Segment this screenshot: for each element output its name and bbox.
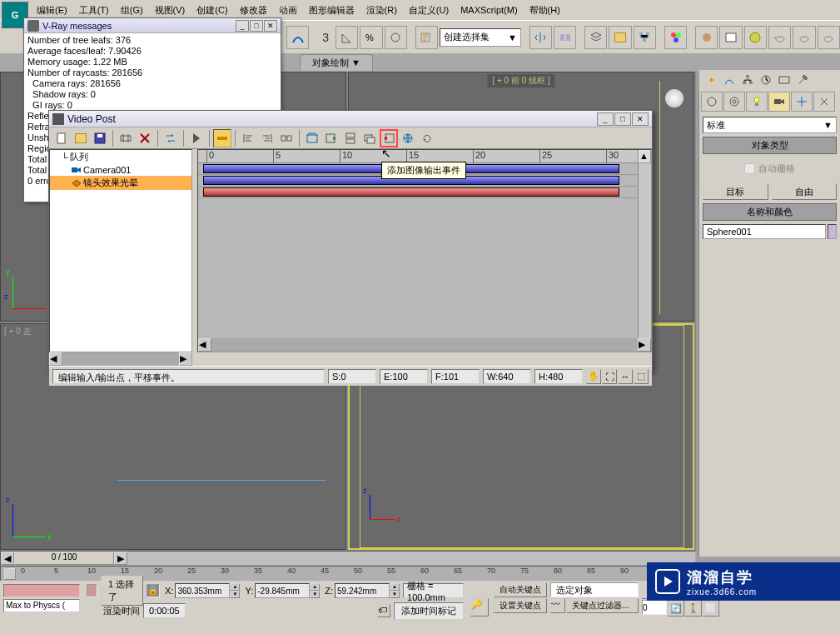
timeline-hscrollbar[interactable]: ◀▶ [198, 338, 651, 352]
key-selection-combo[interactable]: 选定对象 [550, 582, 639, 597]
render-setup-icon[interactable] [695, 26, 718, 49]
spinner-snap-icon[interactable] [385, 26, 407, 49]
autokey-button[interactable]: 自动关键点 [494, 582, 547, 597]
videopost-minimize-button[interactable]: _ [597, 112, 614, 126]
videopost-timeline[interactable]: 0 5 10 15 20 25 30 ▲ ◀▶ [197, 149, 652, 352]
teapot2-icon[interactable] [793, 26, 815, 49]
percent-snap-icon[interactable]: % [360, 26, 382, 49]
mirror-icon[interactable] [529, 26, 552, 49]
menu-group[interactable]: 组(G) [116, 2, 148, 19]
time-prev-button[interactable]: ◀ [1, 552, 14, 565]
sparkle-icon[interactable]: ✦ [703, 72, 719, 88]
add-timetag-button[interactable]: 添加时间标记 [394, 602, 464, 620]
menu-edit[interactable]: 编辑(E) [32, 2, 72, 19]
vp-add-loop-icon[interactable] [418, 129, 436, 147]
videopost-queue-tree[interactable]: └ 队列 Camera001 镜头效果光晕 [49, 149, 192, 352]
systems-tab-icon[interactable] [813, 92, 835, 112]
object-paint-tab[interactable]: 对象绘制 ▼ [300, 54, 373, 71]
vp-range-icon[interactable] [213, 129, 231, 147]
vp-save-icon[interactable] [91, 129, 109, 147]
object-name-input[interactable] [703, 224, 826, 239]
menu-maxscript[interactable]: MAXScript(M) [455, 2, 522, 17]
vp-delete-event-icon[interactable] [136, 129, 154, 147]
track-config-icon[interactable] [4, 568, 16, 580]
edit-named-sel-icon[interactable] [415, 26, 438, 49]
coord-z-input[interactable] [335, 583, 390, 598]
angle-snap-icon[interactable] [336, 26, 358, 49]
align-icon[interactable] [554, 26, 576, 49]
menu-customize[interactable]: 自定义(U) [404, 2, 454, 19]
setkey-button[interactable]: 设置关键点 [494, 598, 547, 613]
vp-add-image-input-icon[interactable] [322, 129, 340, 147]
object-type-rollout[interactable]: 对象类型 [703, 137, 837, 154]
display-icon[interactable] [776, 72, 793, 88]
key-mode-icon[interactable]: 🔑 [470, 598, 489, 617]
layer-manager-icon[interactable] [584, 26, 607, 49]
vray-maximize-button[interactable]: □ [250, 20, 263, 32]
selection-set-combo[interactable]: 创建选择集▼ [440, 28, 521, 47]
walk-icon[interactable]: 🚶 [685, 600, 702, 617]
vp-execute-icon[interactable] [187, 129, 206, 147]
videopost-titlebar[interactable]: Video Post _ □ ✕ [49, 111, 652, 127]
object-color-swatch[interactable] [828, 224, 837, 239]
helpers-tab-icon[interactable] [791, 92, 813, 112]
track-lens-bar[interactable] [203, 187, 619, 197]
menu-tools[interactable]: 工具(T) [74, 2, 114, 19]
viewport-front-label[interactable]: [ + 0 前 0 线框 ] [487, 74, 554, 87]
script-output[interactable]: Max to Physcs ( [3, 599, 80, 612]
coord-y-input[interactable] [255, 583, 310, 598]
lock-icon[interactable]: 🔒 [147, 584, 160, 597]
menu-animation[interactable]: 动画 [274, 2, 302, 19]
material-editor-icon[interactable] [664, 26, 687, 49]
shapes-tab-icon[interactable] [723, 92, 745, 112]
open-folder-icon[interactable] [609, 26, 631, 49]
vray-close-button[interactable]: ✕ [264, 20, 277, 32]
vp-new-icon[interactable] [52, 129, 71, 147]
tree-camera-item[interactable]: Camera001 [50, 164, 191, 176]
vray-minimize-button[interactable]: _ [236, 20, 249, 32]
timetag-icon[interactable]: 🏷 [377, 604, 390, 617]
sphere-object[interactable] [665, 89, 683, 107]
tree-lens-effect-item[interactable]: 镜头效果光晕 [50, 176, 191, 190]
vray-titlebar[interactable]: V-Ray messages _ □ ✕ [24, 18, 281, 33]
vp-edit-event-icon[interactable] [117, 129, 135, 147]
category-dropdown[interactable]: 标准▼ [703, 117, 837, 133]
vp-align-right-icon[interactable] [258, 129, 276, 147]
menu-render[interactable]: 渲染(R) [361, 2, 402, 19]
menu-create[interactable]: 创建(C) [191, 2, 232, 19]
videopost-close-button[interactable]: ✕ [632, 112, 649, 126]
vp-add-image-output-icon[interactable] [380, 129, 398, 147]
menu-grapheditor[interactable]: 图形编辑器 [304, 2, 360, 19]
cameras-tab-icon[interactable] [768, 92, 790, 112]
name-color-rollout[interactable]: 名称和颜色 [703, 203, 837, 221]
menu-help[interactable]: 帮助(H) [524, 2, 565, 19]
timeline-vscrollbar[interactable]: ▲ [638, 150, 651, 338]
videopost-maximize-button[interactable]: □ [614, 112, 631, 126]
lights-tab-icon[interactable] [746, 92, 768, 112]
vp-open-icon[interactable] [72, 129, 90, 147]
vp-zoom-region-icon[interactable]: ⬚ [634, 369, 649, 384]
time-next-button[interactable]: ▶ [114, 552, 127, 565]
schematic-view-icon[interactable] [634, 26, 656, 49]
curve-editor-icon[interactable] [286, 26, 309, 49]
vp-add-external-icon[interactable] [399, 129, 417, 147]
vp-add-scene-icon[interactable] [303, 129, 321, 147]
menu-view[interactable]: 视图(V) [150, 2, 191, 19]
max-toggle-icon[interactable]: ⬜ [703, 600, 719, 617]
vp-add-layer-icon[interactable] [360, 129, 379, 147]
coord-x-input[interactable] [175, 583, 230, 598]
hierarchy-icon[interactable] [739, 72, 756, 88]
motion-icon[interactable] [758, 72, 774, 88]
key-filters-button[interactable]: 关键点过滤器... [566, 598, 639, 613]
key-filters-icon[interactable]: 〰 [550, 598, 565, 613]
utilities-icon[interactable] [794, 72, 811, 88]
vp-add-filter-icon[interactable] [341, 129, 360, 147]
vp-pan-icon[interactable]: ✋ [586, 369, 601, 384]
teapot1-icon[interactable] [768, 26, 791, 49]
teapot3-icon[interactable] [818, 26, 840, 49]
script-mini-listener[interactable] [3, 584, 80, 597]
viewport-left-label[interactable]: [ + 0 左 [4, 326, 32, 337]
current-frame-input[interactable] [642, 600, 667, 615]
render-production-icon[interactable] [744, 26, 767, 49]
render-frame-icon[interactable] [719, 26, 742, 49]
